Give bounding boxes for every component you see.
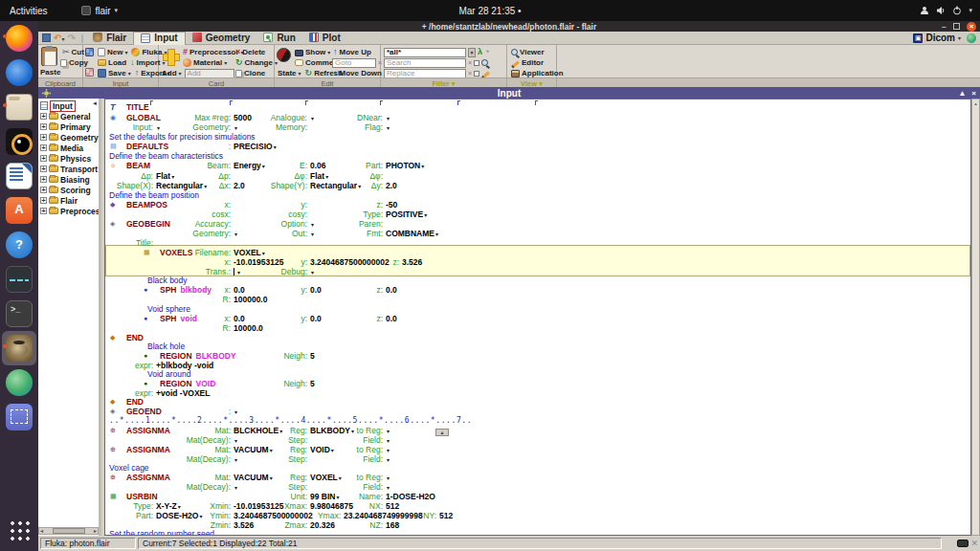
card-row-global[interactable]: ◉GLOBALMax #reg:5000Analogue:▾DNear:▾ [105,113,970,122]
card-row-[interactable]: cosx:cosy:Type:POSITIVE▾ [105,209,970,219]
tree-hscrollbar[interactable]: ◄► [38,527,99,535]
add-input[interactable]: Add [185,69,234,78]
card-row-[interactable]: Mat(Decay):▾Step:Field:▾ [105,435,970,445]
tab-input[interactable]: Input [133,32,185,45]
clone-button[interactable]: Clone [234,69,266,77]
expand-icon[interactable]: + [40,187,47,193]
expand-icon[interactable]: + [40,208,47,214]
add-card-icon[interactable] [162,48,179,65]
field-value[interactable]: 1-DOSE-H2O [386,492,435,501]
card-row-geobegin[interactable]: ◈GEOBEGINAccuracy:Option:▾Paren: [105,219,970,229]
tree-root-input[interactable]: Input [40,100,76,111]
tree-item-flair[interactable]: +Flair [40,195,78,206]
move-down-button[interactable]: ↓Move Down [332,69,383,77]
dropdown-arrow-icon[interactable]: ▾ [262,251,265,256]
tab-geometry[interactable]: Geometry [186,32,257,45]
card-row-defaults[interactable]: ▤DEFAULTS:PRECISIO▾ [105,142,970,151]
filter-run-icon[interactable]: λ [478,48,482,56]
firefox-dock-icon[interactable] [2,21,36,55]
tree-item-preprocessor[interactable]: +Preprocessor [40,206,101,216]
card-row-[interactable]: Title: [105,238,970,248]
card-row-beampos[interactable]: ◆BEAMPOSx:y:z:-50 [105,200,970,209]
card-row-assignma[interactable]: ⊕ASSIGNMAMat:VACUUM▾Reg:VOID▾to Reg:▾ [105,445,970,454]
card-row-[interactable]: Shape(X):Rectangular▾Δx:2.0Shape(Y):Rect… [105,181,970,190]
monitor-dock-icon[interactable] [2,262,36,297]
card-row-region[interactable]: ●REGIONBLKBODYNeigh:5 [105,351,970,361]
field-value[interactable]: 100000.0 [234,295,267,304]
system-tray[interactable]: ▾ [920,6,972,15]
search-input[interactable]: Search [384,58,466,68]
card-row-assignma[interactable]: ⊕ASSIGNMAMat:BLCKHOLE▾Reg:BLKBODY▾to Reg… [105,426,970,435]
dropdown-arrow-icon[interactable]: ▾ [387,438,390,444]
comment-row[interactable]: Voxel cage [105,463,970,473]
card-row-[interactable]: R:100000.0 [105,295,970,304]
tools-icon[interactable]: ✕ [970,539,978,548]
viewer-button[interactable]: Viewer [510,48,546,56]
search-checkbox[interactable] [474,60,479,66]
dropdown-arrow-icon[interactable]: ▾ [234,409,237,415]
card-row-[interactable]: Input:▾Geometry:▾Memory:Flag:▾ [105,122,970,132]
window-titlebar[interactable]: + /home/stantzlab/newhead/photon.flair -… [38,21,980,32]
change-button[interactable]: ↻Change▾ [234,58,278,67]
delete-button[interactable]: ×Delete [234,48,266,56]
comment-row[interactable]: Black body [105,276,970,285]
tab-flair[interactable]: Flair [86,32,133,45]
libreoffice-dock-icon[interactable] [2,159,36,193]
tree-collapse-icon[interactable]: ◄ [92,100,98,106]
dropdown-arrow-icon[interactable]: ▾ [387,125,390,131]
tree-item-primary[interactable]: +Primary [40,121,91,132]
close-button[interactable]: × [967,22,976,32]
cut-button[interactable]: ✂Cut [61,48,85,56]
clear-icon[interactable]: × [468,70,472,77]
memory-icon[interactable] [957,540,969,547]
expand-icon[interactable]: + [40,155,47,162]
help-dock-icon[interactable] [2,228,36,262]
show-button[interactable]: Show▾ [294,48,331,56]
save-icon[interactable] [42,33,51,42]
rhythmbox-dock-icon[interactable] [2,124,36,159]
application-button[interactable]: Application [510,69,565,77]
card-row-[interactable]: Δp:Flat▾Δp:Δφ:Flat▾Δφ: [105,171,970,181]
expand-icon[interactable]: + [40,176,47,183]
field-value[interactable]: PHOTON▾ [386,161,424,171]
tree-item-media[interactable]: +Media [40,143,83,153]
dropdown-arrow-icon[interactable]: ▾ [421,164,424,169]
scroll-thumb[interactable] [53,528,85,534]
scroll-right-icon[interactable]: ► [93,528,98,534]
load-button[interactable]: Load [97,58,127,67]
thunderbird-dock-icon[interactable] [2,55,36,90]
card-row-[interactable]: Geometry:▾Out:▾Fmt:COMBNAME▾ [105,229,970,238]
search-icon[interactable] [481,59,488,66]
undo-icon[interactable]: ↶▾ [54,33,64,43]
new-button[interactable]: New▾ [97,48,128,56]
filter-clock-icon[interactable]: ◔ [484,48,489,56]
dropdown-arrow-icon[interactable]: ▾ [387,475,390,481]
field-value[interactable]: 5 [310,379,315,388]
card-row-end[interactable]: ◆END [105,397,970,407]
expand-icon[interactable]: + [40,144,47,151]
card-row-sph[interactable]: ●SPHblkbodyx:0.0y:0.0z:0.0 [105,285,970,295]
expand-icon[interactable]: + [40,165,47,172]
state-button[interactable]: State▾ [277,69,302,77]
dropdown-arrow-icon[interactable]: ▾ [387,485,390,491]
comment-row[interactable]: Black hole [105,342,970,351]
input-editor[interactable]: TTITLE◉GLOBALMax #reg:5000Analogue:▾DNea… [104,99,971,536]
clear-icon[interactable]: × [468,59,472,66]
state-ball-icon[interactable] [277,48,291,62]
goto-input[interactable]: Goto [332,58,376,68]
dropdown-arrow-icon[interactable]: ▾ [387,429,390,434]
card-row-assignma[interactable]: ⊕ASSIGNMAMat:VACUUM▾Reg:VOXEL▾to Reg:▾ [105,473,970,482]
field-value[interactable]: 3.526 [402,257,422,267]
files-dock-icon[interactable] [2,90,36,124]
expand-icon[interactable]: + [40,113,47,120]
clock[interactable]: Mar 28 21:35 • [0,6,980,16]
card-row-title[interactable]: TTITLE [105,102,970,112]
globe-dock-icon[interactable] [2,365,36,400]
card-grid-alt-icon[interactable] [85,68,94,77]
field-value[interactable]: -50 [386,200,397,209]
expand-icon[interactable]: + [40,123,47,130]
tree-item-physics[interactable]: +Physics [40,153,91,164]
card-row-[interactable]: x:-10.01953125y:3.2404687500000002z:3.52… [105,257,970,267]
dropdown-arrow-icon[interactable]: ▾ [387,448,390,453]
field-value[interactable]: 0.0 [386,285,397,295]
